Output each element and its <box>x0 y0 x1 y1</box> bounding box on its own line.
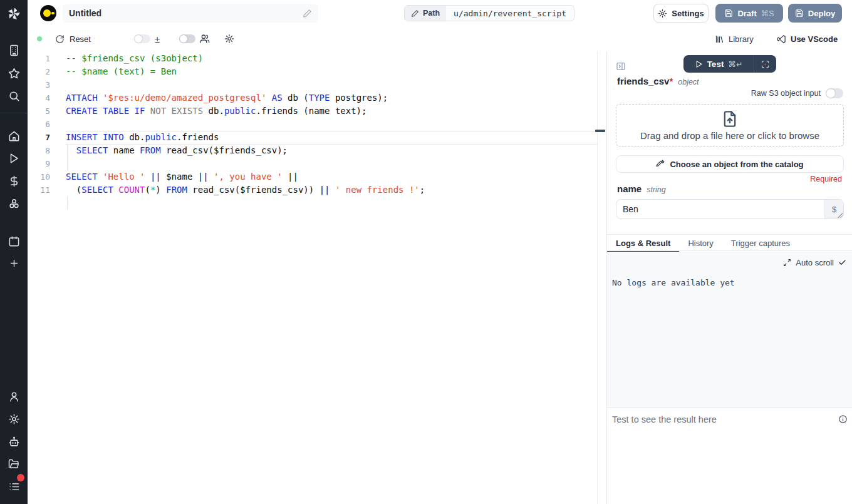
search-icon[interactable] <box>5 87 23 105</box>
path-field[interactable]: Path u/admin/reverent_script <box>404 5 574 21</box>
settings-gear-icon[interactable] <box>5 410 23 428</box>
result-tabs: Logs & ResultHistoryTrigger captures <box>607 234 852 251</box>
library-button[interactable]: Library <box>715 26 754 51</box>
duckdb-language-icon <box>40 5 56 21</box>
runs-play-icon[interactable] <box>5 150 23 167</box>
name-input[interactable] <box>616 200 824 219</box>
edit-pencil-icon <box>411 9 419 18</box>
editor-settings-button[interactable] <box>224 26 234 51</box>
favorites-star-icon[interactable] <box>5 64 23 82</box>
sidebar-divider <box>0 113 28 113</box>
ai-bot-icon[interactable] <box>5 433 23 450</box>
overview-ruler[interactable] <box>597 51 606 504</box>
sidebar <box>0 0 28 504</box>
tab-logs-result[interactable]: Logs & Result <box>607 235 679 252</box>
code-line[interactable]: 7INSERT INTO db.public.friends <box>28 131 606 144</box>
code-editor[interactable]: 1-- $friends_csv (s3object)2-- $name (te… <box>28 51 606 504</box>
reset-button[interactable]: Reset <box>55 26 91 51</box>
raw-s3-label: Raw S3 object input <box>751 89 821 98</box>
rotate-cw-icon <box>55 34 65 44</box>
workspace-icon[interactable] <box>5 41 23 59</box>
line-number: 11 <box>28 183 50 197</box>
line-number: 6 <box>28 118 50 131</box>
diff-toggle[interactable]: ± <box>134 26 160 51</box>
required-asterisk: * <box>669 76 673 86</box>
path-label: Path <box>405 6 446 21</box>
line-number: 2 <box>28 65 50 78</box>
deploy-button[interactable]: Deploy <box>788 4 842 23</box>
gear-icon <box>224 34 234 44</box>
variables-dollar-icon[interactable] <box>5 172 23 190</box>
check-icon <box>838 259 846 267</box>
notification-badge <box>17 474 24 481</box>
variable-picker-button[interactable]: $ <box>824 200 843 219</box>
windmill-logo[interactable] <box>5 5 23 23</box>
path-value[interactable]: u/admin/reverent_script <box>446 6 574 21</box>
draft-button[interactable]: Draft ⌘S <box>715 4 783 23</box>
use-vscode-button[interactable]: Use VScode <box>777 26 838 51</box>
edit-pencil-icon <box>303 9 312 18</box>
home-icon[interactable] <box>5 127 23 145</box>
name-input-wrap: $ <box>616 199 844 219</box>
field-type: string <box>647 185 666 194</box>
field-name: friends_csv* <box>617 76 673 86</box>
expand-icon <box>783 259 791 267</box>
add-plus-icon[interactable] <box>5 254 23 272</box>
script-title: Untitled <box>69 8 303 18</box>
test-button-group: Test ⌘↵ <box>683 55 776 73</box>
line-number: 8 <box>28 144 50 157</box>
line-number: 7 <box>28 131 50 144</box>
field-type: object <box>678 78 699 86</box>
resize-handle[interactable] <box>838 213 843 218</box>
code-line[interactable]: 9 <box>28 157 606 170</box>
tab-trigger-captures[interactable]: Trigger captures <box>722 235 799 252</box>
save-icon <box>724 9 733 18</box>
result-area: Test to see the result here <box>607 408 852 504</box>
collapse-panel-icon[interactable] <box>616 61 626 71</box>
code-line[interactable]: 2-- $name (text) = Ben <box>28 65 606 78</box>
choose-object-button[interactable]: Choose an object from the catalog <box>616 155 844 173</box>
line-number: 3 <box>28 78 50 91</box>
test-shortcut: ⌘↵ <box>728 59 742 69</box>
code-line[interactable]: 11 (SELECT COUNT(*) FROM read_csv($frien… <box>28 183 606 197</box>
code-line[interactable]: 6 <box>28 118 606 131</box>
folders-icon[interactable] <box>5 455 23 473</box>
tab-history[interactable]: History <box>679 235 722 252</box>
logs-empty-text: No logs are available yet <box>612 278 735 287</box>
raw-s3-toggle-row: Raw S3 object input <box>751 88 843 98</box>
autoscroll-toggle[interactable]: Auto scroll <box>783 258 846 267</box>
line-number: 4 <box>28 91 50 105</box>
code-line[interactable]: 4ATTACH '$res:u/demo/amazed_postgresql' … <box>28 91 606 105</box>
multiplayer-toggle[interactable] <box>179 26 210 51</box>
indent-guide <box>67 197 68 210</box>
line-number: 5 <box>28 105 50 118</box>
code-line[interactable]: 10SELECT 'Hello ' || $name || ', you hav… <box>28 170 606 183</box>
line-number: 9 <box>28 157 50 170</box>
app-window: Untitled Path u/admin/reverent_script Se… <box>0 0 852 504</box>
user-icon[interactable] <box>5 388 23 405</box>
settings-button[interactable]: Settings <box>653 4 709 23</box>
code-line[interactable]: 1-- $friends_csv (s3object) <box>28 52 606 65</box>
schedules-calendar-icon[interactable] <box>5 232 23 250</box>
logs-area: Auto scroll No logs are available yet <box>607 252 852 408</box>
line-number: 1 <box>28 52 50 65</box>
line-number: 10 <box>28 170 50 183</box>
field-name: name <box>617 183 642 194</box>
users-icon <box>200 34 210 44</box>
topbar: Untitled Path u/admin/reverent_script Se… <box>28 0 852 26</box>
info-icon[interactable] <box>838 414 848 424</box>
test-button[interactable]: Test ⌘↵ <box>683 55 754 73</box>
resources-icon[interactable] <box>5 195 23 212</box>
code-line[interactable]: 3 <box>28 78 606 91</box>
draft-shortcut: ⌘S <box>761 9 774 18</box>
script-title-field[interactable]: Untitled <box>63 4 318 23</box>
capture-button[interactable] <box>754 55 776 73</box>
result-placeholder: Test to see the result here <box>612 414 717 424</box>
code-line[interactable]: 5CREATE TABLE IF NOT EXISTS db.public.fr… <box>28 105 606 118</box>
required-label: Required <box>810 175 842 183</box>
code-line[interactable]: 8 SELECT name FROM read_csv($friends_csv… <box>28 144 606 157</box>
capture-focus-icon <box>761 59 770 69</box>
file-dropzone[interactable]: Drag and drop a file here or click to br… <box>616 104 844 147</box>
raw-s3-toggle[interactable] <box>826 88 843 98</box>
library-icon <box>715 34 724 44</box>
